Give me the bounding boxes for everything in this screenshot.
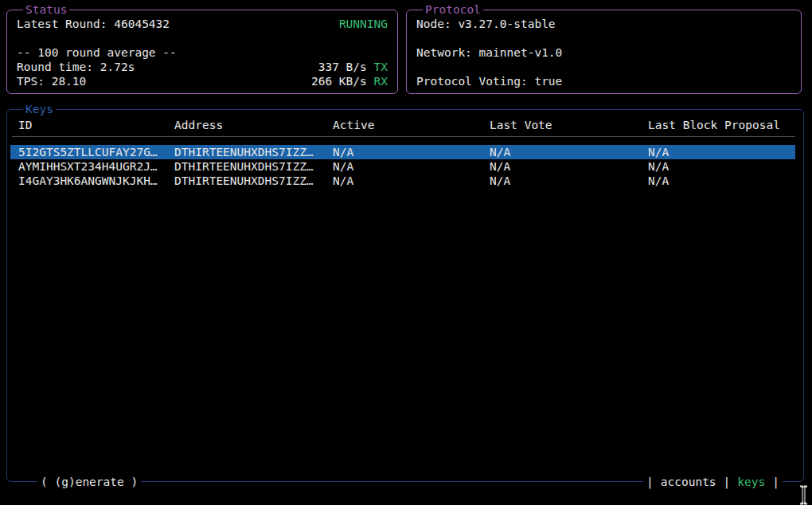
protocol-voting-value: Protocol Voting: true bbox=[416, 74, 562, 88]
protocol-line-voting: Protocol Voting: true bbox=[416, 74, 791, 88]
keys-panel-title: Keys bbox=[23, 102, 56, 116]
tx-rate-value: 337 B/s bbox=[318, 61, 374, 73]
ibeam-cursor-icon bbox=[798, 485, 810, 505]
cell-active: N/A bbox=[333, 159, 353, 174]
status-panel: Status Latest Round: 46045432 RUNNING --… bbox=[6, 10, 398, 94]
protocol-line-blank-1 bbox=[416, 31, 791, 45]
cell-id: 5I2GTS5ZTLLCUFAY27G… bbox=[18, 145, 158, 159]
bottom-tabs: | accounts | keys | bbox=[643, 475, 783, 489]
tab-separator: | bbox=[646, 475, 654, 489]
cell-address: DTHIRTEENUHXDHS7IZZ… bbox=[174, 159, 314, 174]
tx-label: TX bbox=[374, 61, 388, 73]
terminal-screen: Status Latest Round: 46045432 RUNNING --… bbox=[0, 0, 812, 505]
rx-rate-value: 266 KB/s bbox=[311, 75, 374, 88]
status-line-average-header: -- 100 round average -- bbox=[17, 45, 388, 60]
round-time-value: Round time: 2.72s bbox=[17, 60, 135, 74]
header-separator-line bbox=[12, 136, 795, 137]
protocol-line-blank-2 bbox=[416, 60, 791, 74]
tab-accounts[interactable]: accounts bbox=[661, 475, 716, 489]
cell-last-vote: N/A bbox=[490, 145, 510, 159]
status-panel-title: Status bbox=[23, 2, 69, 17]
tx-rate: 337 B/s TX bbox=[318, 60, 388, 74]
generate-button[interactable]: ( (g)enerate ) bbox=[37, 475, 141, 489]
protocol-panel-title: Protocol bbox=[423, 2, 483, 17]
cell-last-block-proposal: N/A bbox=[648, 174, 669, 188]
cell-last-block-proposal: N/A bbox=[648, 159, 669, 174]
column-header-address: Address bbox=[174, 118, 223, 132]
tab-separator: | bbox=[724, 475, 731, 489]
keys-table-header: ID Address Active Last Vote Last Block P… bbox=[7, 118, 803, 132]
cell-last-block-proposal: N/A bbox=[648, 145, 669, 159]
cell-last-vote: N/A bbox=[490, 159, 510, 174]
column-header-active: Active bbox=[333, 118, 374, 132]
protocol-panel: Protocol Node: v3.27.0-stable Network: m… bbox=[406, 10, 802, 94]
protocol-line-network: Network: mainnet-v1.0 bbox=[416, 45, 791, 60]
table-row[interactable]: I4GAY3HK6ANGWNJKJKH… DTHIRTEENUHXDHS7IZZ… bbox=[7, 174, 803, 188]
status-line-blank bbox=[17, 31, 388, 45]
average-header-text: -- 100 round average -- bbox=[17, 45, 177, 60]
rx-rate: 266 KB/s RX bbox=[311, 74, 388, 88]
tab-keys[interactable]: keys bbox=[737, 475, 765, 489]
column-header-id: ID bbox=[18, 118, 32, 132]
status-line-latest-round: Latest Round: 46045432 RUNNING bbox=[17, 17, 388, 31]
cell-address: DTHIRTEENUHXDHS7IZZ… bbox=[174, 174, 314, 188]
cell-id: I4GAY3HK6ANGWNJKJKH… bbox=[18, 174, 158, 188]
tps-value: TPS: 28.10 bbox=[17, 74, 86, 88]
rx-label: RX bbox=[374, 75, 388, 88]
status-line-round-time: Round time: 2.72s 337 B/s TX bbox=[17, 60, 388, 74]
cell-id: AYMIHHSXT234H4UGR2J… bbox=[18, 159, 158, 174]
network-name: Network: mainnet-v1.0 bbox=[416, 45, 562, 60]
column-header-last-block-proposal: Last Block Proposal bbox=[648, 118, 780, 132]
node-version: Node: v3.27.0-stable bbox=[416, 17, 556, 31]
keys-panel: Keys ID Address Active Last Vote Last Bl… bbox=[6, 109, 804, 482]
cell-address: DTHIRTEENUHXDHS7IZZ… bbox=[174, 145, 314, 159]
cell-active: N/A bbox=[333, 145, 353, 159]
cell-active: N/A bbox=[333, 174, 353, 188]
status-panel-body: Latest Round: 46045432 RUNNING -- 100 ro… bbox=[7, 10, 397, 88]
keys-table-rows: 5I2GTS5ZTLLCUFAY27G… DTHIRTEENUHXDHS7IZZ… bbox=[7, 145, 803, 188]
node-state-badge: RUNNING bbox=[339, 17, 388, 31]
protocol-panel-body: Node: v3.27.0-stable Network: mainnet-v1… bbox=[407, 10, 801, 88]
column-header-last-vote: Last Vote bbox=[490, 118, 552, 132]
status-line-tps: TPS: 28.10 266 KB/s RX bbox=[17, 74, 388, 88]
latest-round-value: Latest Round: 46045432 bbox=[17, 17, 170, 31]
table-row[interactable]: AYMIHHSXT234H4UGR2J… DTHIRTEENUHXDHS7IZZ… bbox=[7, 159, 803, 174]
table-row[interactable]: 5I2GTS5ZTLLCUFAY27G… DTHIRTEENUHXDHS7IZZ… bbox=[7, 145, 803, 159]
cell-last-vote: N/A bbox=[490, 174, 510, 188]
protocol-line-node: Node: v3.27.0-stable bbox=[416, 17, 791, 31]
tab-separator: | bbox=[772, 475, 779, 489]
